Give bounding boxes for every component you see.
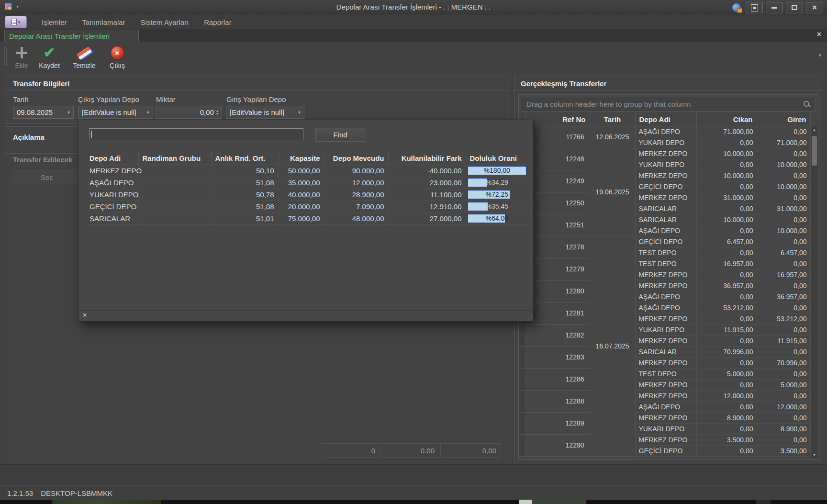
giren-cell[interactable]: 5.000,00 [757, 379, 810, 390]
scrollbar-thumb[interactable] [812, 136, 817, 166]
scroll-down-icon[interactable]: ▼ [811, 451, 818, 459]
ref-no-cell[interactable]: 12281 [525, 302, 590, 324]
kapasite-cell[interactable]: 50.000,00 [278, 165, 324, 177]
grid-column-header[interactable]: Tarih [590, 113, 635, 126]
depo-adi-cell[interactable]: AŞAĞI DEPO [635, 302, 696, 313]
giren-cell[interactable]: 71.000,00 [757, 137, 810, 148]
anlik-rnd-ort-cell[interactable]: 51,08 [211, 201, 278, 213]
doluluk-orani-cell[interactable]: %35,45 [466, 201, 528, 213]
toolbar-drag-handle[interactable] [4, 47, 5, 67]
transfer-row[interactable]: 12279TEST DEPO16.957,000,00 [519, 258, 810, 269]
giren-cell[interactable]: 0,00 [757, 258, 810, 269]
giren-cell[interactable]: 36.957,00 [757, 291, 810, 302]
depo-adi-cell[interactable]: GEÇİCİ DEPO [635, 236, 696, 247]
ref-no-cell[interactable]: 11766 [525, 126, 590, 148]
cikan-cell[interactable]: 0,00 [696, 203, 757, 214]
kapasite-cell[interactable]: 40.000,00 [278, 189, 324, 201]
depo-adi-cell[interactable]: TEST DEPO [635, 258, 696, 269]
ref-no-cell[interactable]: 12248 [525, 148, 590, 170]
depo-adi-cell[interactable]: GEÇİCİ DEPO [635, 445, 696, 456]
transfer-row[interactable]: 12288MERKEZ DEPO12.000,000,00 [519, 390, 810, 401]
giren-cell[interactable]: 31.000,00 [757, 203, 810, 214]
popup-clear-icon[interactable]: × [83, 312, 87, 318]
fit-screen-button[interactable] [746, 2, 763, 13]
depo-adi-cell[interactable]: AŞAĞI DEPO [635, 401, 696, 412]
depot-name-cell[interactable]: SARICALAR [86, 213, 138, 224]
anlik-rnd-ort-cell[interactable]: 51,08 [211, 177, 278, 189]
giren-cell[interactable]: 10.000,00 [757, 181, 810, 192]
app-menu-button[interactable]: ▾ [5, 16, 27, 28]
transfer-row[interactable]: 12283SARICALAR70.996,000,00 [519, 346, 810, 357]
ref-no-cell[interactable]: 12282 [525, 324, 590, 346]
depo-adi-cell[interactable]: MERKEZ DEPO [635, 313, 696, 324]
depo-adi-cell[interactable]: MERKEZ DEPO [635, 412, 696, 423]
cikan-cell[interactable]: 0,00 [696, 247, 757, 258]
depot-column-header[interactable]: Depo Adi [86, 152, 138, 165]
cikan-cell[interactable]: 0,00 [696, 423, 757, 434]
tarih-cell[interactable]: 16.07.2025 [590, 236, 635, 456]
search-icon[interactable] [804, 101, 810, 108]
depo-adi-cell[interactable]: MERKEZ DEPO [635, 269, 696, 280]
depo-adi-cell[interactable]: AŞAĞI DEPO [635, 291, 696, 302]
depot-column-header[interactable]: Kapasite [278, 152, 324, 165]
cikan-cell[interactable]: 31.000,00 [696, 192, 757, 203]
cikan-cell[interactable]: 0,00 [696, 159, 757, 170]
grid-column-header[interactable]: Giren [757, 113, 810, 126]
menu-item-tanımlamalar[interactable]: Tanımlamalar [76, 16, 132, 28]
ref-no-cell[interactable]: 12251 [525, 214, 590, 236]
transfer-row[interactable]: 12280MERKEZ DEPO36.957,000,00 [519, 280, 810, 291]
kullanilabilir-fark-cell[interactable]: 12.910,00 [388, 201, 466, 213]
depo-adi-cell[interactable]: YUKARI DEPO [635, 423, 696, 434]
transfer-row[interactable]: 12251SARICALAR10.000,000,00 [519, 214, 810, 225]
chevron-down-icon[interactable]: ▾ [67, 110, 70, 115]
depo-mevcudu-cell[interactable]: 48.000,00 [324, 213, 388, 224]
ref-no-cell[interactable]: 12283 [525, 346, 590, 368]
giren-cell[interactable]: 12.000,00 [757, 401, 810, 412]
find-button[interactable]: Find [315, 128, 365, 142]
depo-adi-cell[interactable]: MERKEZ DEPO [635, 280, 696, 291]
giren-cell[interactable]: 0,00 [757, 434, 810, 445]
depo-adi-cell[interactable]: YUKARI DEPO [635, 137, 696, 148]
depo-mevcudu-cell[interactable]: 90.000,00 [324, 165, 388, 177]
depot-column-header[interactable]: Depo Mevcudu [324, 152, 388, 165]
depo-adi-cell[interactable]: MERKEZ DEPO [635, 390, 696, 401]
ref-no-cell[interactable]: 12278 [525, 236, 590, 258]
giren-cell[interactable]: 10.000,00 [757, 225, 810, 236]
kullanilabilir-fark-cell[interactable]: 11.100,00 [388, 189, 466, 201]
doluluk-orani-cell[interactable]: %180,00 [466, 165, 528, 177]
kapasite-cell[interactable]: 75.000,00 [278, 213, 324, 224]
giren-cell[interactable]: 70.996,00 [757, 357, 810, 368]
giren-cell[interactable]: 3.500,00 [757, 445, 810, 456]
cikan-cell[interactable]: 8.900,00 [696, 412, 757, 423]
anlik-rnd-ort-cell[interactable]: 51,01 [211, 213, 278, 224]
spinner-buttons[interactable]: ▴ ▾ [216, 110, 218, 115]
giren-cell[interactable]: 0,00 [757, 346, 810, 357]
depot-name-cell[interactable]: YUKARI DEPO [86, 189, 138, 201]
resize-grip[interactable] [526, 314, 532, 320]
ref-no-cell[interactable]: 12290 [525, 434, 590, 456]
popup-search-input[interactable] [89, 128, 303, 140]
randiman-grubu-cell[interactable] [138, 213, 211, 224]
randiman-grubu-cell[interactable] [138, 201, 211, 213]
transfer-row[interactable]: 1176612.06.2025AŞAĞI DEPO71.000,000,00 [519, 126, 810, 137]
depot-name-cell[interactable]: MERKEZ DEPO [86, 165, 138, 177]
cikan-cell[interactable]: 0,00 [696, 291, 757, 302]
giren-cell[interactable]: 0,00 [757, 236, 810, 247]
depot-name-cell[interactable]: GEÇİCİ DEPO [86, 201, 138, 213]
cikan-cell[interactable]: 0,00 [696, 313, 757, 324]
transfer-row[interactable]: 12249MERKEZ DEPO10.000,000,00 [519, 170, 810, 181]
doluluk-orani-cell[interactable]: %72,25 [466, 189, 528, 201]
cikan-cell[interactable]: 12.000,00 [696, 390, 757, 401]
giren-cell[interactable]: 0,00 [757, 170, 810, 181]
cikan-cell[interactable]: 0,00 [696, 335, 757, 346]
transfer-row[interactable]: 1224819.06.2025MERKEZ DEPO10.000,000,00 [519, 148, 810, 159]
restore-button[interactable] [786, 2, 803, 13]
depo-adi-cell[interactable]: TEST DEPO [635, 247, 696, 258]
depo-adi-cell[interactable]: MERKEZ DEPO [635, 148, 696, 159]
depo-adi-cell[interactable]: MERKEZ DEPO [635, 170, 696, 181]
minimize-button[interactable] [766, 2, 783, 13]
depo-mevcudu-cell[interactable]: 12.000,00 [324, 177, 388, 189]
toolbar-overflow-caret-icon[interactable]: ▾ [818, 52, 821, 58]
cikan-cell[interactable]: 0,00 [696, 379, 757, 390]
giren-cell[interactable]: 8.900,00 [757, 423, 810, 434]
